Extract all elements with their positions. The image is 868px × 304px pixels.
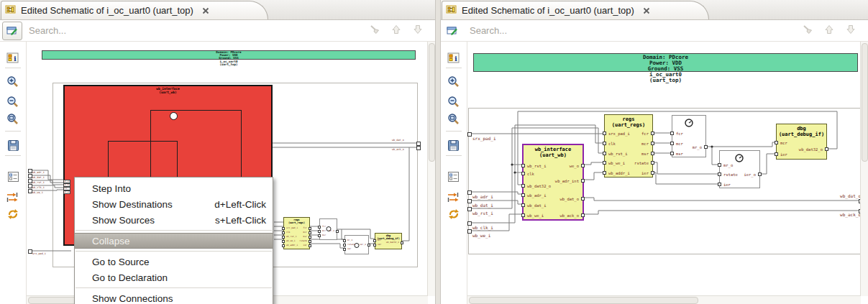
port[interactable]: msr bbox=[676, 152, 683, 156]
scrollbar-thumb[interactable] bbox=[469, 297, 698, 304]
input-port[interactable] bbox=[467, 221, 472, 226]
options-icon[interactable] bbox=[6, 170, 20, 184]
input-port[interactable] bbox=[467, 229, 472, 234]
port[interactable]: msr bbox=[641, 152, 649, 156]
vertical-scrollbar[interactable] bbox=[427, 42, 435, 296]
port[interactable]: mr_o bbox=[693, 145, 702, 149]
context-menu: Step Into Show Destinationsd+Left-Click … bbox=[74, 177, 273, 304]
close-icon[interactable] bbox=[643, 7, 650, 14]
expand-signals-icon[interactable] bbox=[447, 190, 461, 204]
menu-item-show-connections[interactable]: Show Connections bbox=[75, 290, 273, 304]
port[interactable]: fcr bbox=[641, 132, 649, 136]
input-port[interactable] bbox=[467, 132, 472, 137]
block-gate2[interactable]: mr_o rstate ier ier_o bbox=[344, 235, 369, 254]
zoom-fit-icon[interactable] bbox=[447, 112, 461, 126]
port[interactable]: wb_rst_i bbox=[608, 152, 628, 156]
reload-icon[interactable] bbox=[6, 207, 20, 221]
zoom-out-icon[interactable] bbox=[447, 95, 461, 109]
next-match-icon[interactable] bbox=[412, 24, 424, 38]
close-icon[interactable] bbox=[202, 7, 209, 14]
port[interactable]: wb_ack_o bbox=[559, 213, 579, 218]
menu-item-go-to-source[interactable]: Go to Source bbox=[75, 254, 273, 270]
port[interactable]: mr_o bbox=[723, 163, 733, 167]
port[interactable]: wb_addr_i bbox=[608, 171, 630, 175]
vertical-scrollbar[interactable] bbox=[860, 42, 868, 296]
options-icon[interactable] bbox=[447, 170, 461, 184]
zoom-out-icon[interactable] bbox=[6, 95, 20, 109]
input-port[interactable] bbox=[467, 207, 472, 211]
zoom-fit-icon[interactable] bbox=[6, 112, 20, 126]
menu-item-show-destinations[interactable]: Show Destinationsd+Left-Click bbox=[75, 196, 273, 212]
block-gate2[interactable]: mr_o rstate ier ier_o bbox=[719, 150, 760, 188]
port[interactable]: ier bbox=[641, 171, 649, 175]
block-gate1[interactable]: fcr mcr msr mr_o bbox=[319, 218, 337, 240]
clear-search-icon[interactable] bbox=[369, 24, 380, 38]
scrollbar-thumb[interactable] bbox=[862, 43, 868, 162]
port[interactable]: ier_o bbox=[744, 172, 756, 177]
port[interactable]: mcr bbox=[780, 141, 787, 145]
menu-item-collapse[interactable]: Collapse bbox=[75, 233, 273, 249]
port[interactable]: wb_dat32_o bbox=[527, 184, 551, 188]
input-port[interactable] bbox=[467, 199, 472, 203]
port[interactable]: rstate bbox=[723, 172, 738, 177]
port: wb_rst_i bbox=[286, 236, 296, 238]
port[interactable]: wb_dat_o bbox=[559, 197, 579, 201]
menu-separator bbox=[76, 251, 272, 252]
search-input[interactable] bbox=[468, 24, 797, 37]
previous-match-icon[interactable] bbox=[390, 24, 402, 38]
block-regs[interactable]: regs(uart_regs) srx_pad_i clk wb_rst_i w… bbox=[283, 217, 310, 249]
port[interactable]: wb_we_i bbox=[527, 213, 544, 218]
menu-item-step-into[interactable]: Step Into bbox=[75, 180, 273, 196]
reload-icon[interactable] bbox=[447, 207, 461, 221]
edit-window-icon[interactable] bbox=[2, 22, 22, 40]
expand-signals-icon[interactable] bbox=[6, 190, 20, 204]
menu-item-show-sources[interactable]: Show Sourcess+Left-Click bbox=[75, 212, 273, 228]
save-icon[interactable] bbox=[447, 138, 461, 152]
port[interactable]: ier bbox=[780, 152, 787, 157]
output-port[interactable] bbox=[416, 146, 421, 150]
previous-match-icon[interactable] bbox=[823, 24, 835, 38]
port[interactable]: mcr bbox=[641, 142, 649, 146]
menu-item-go-to-declaration[interactable]: Go to Declaration bbox=[75, 270, 273, 285]
component-info-icon[interactable]: i bbox=[6, 50, 20, 65]
port[interactable]: mcr bbox=[676, 142, 683, 146]
zoom-in-icon[interactable] bbox=[447, 75, 461, 89]
tab-edited-schematic-left[interactable]: Edited Schematic of i_oc_uart0 (uart_top… bbox=[1, 1, 268, 19]
port[interactable]: wb_we_i bbox=[608, 161, 625, 165]
clear-search-icon[interactable] bbox=[802, 24, 813, 38]
block-dbg[interactable]: dbg(uart_debug_if) mcr ier wb_dat32_o bbox=[776, 124, 827, 160]
scrollbar-thumb[interactable] bbox=[429, 43, 435, 162]
port[interactable]: wb_adr_int bbox=[555, 179, 579, 183]
port[interactable]: srx_pad_i bbox=[608, 132, 630, 136]
port[interactable]: fcr bbox=[676, 132, 683, 136]
port[interactable]: clk bbox=[527, 172, 534, 176]
block-gate1[interactable]: fcr mcr msr mr_o bbox=[672, 115, 706, 157]
pane-splitter[interactable] bbox=[435, 0, 441, 304]
side-toolbar-right: i bbox=[441, 42, 467, 304]
zoom-in-icon[interactable] bbox=[6, 75, 20, 89]
block-title: regs(uart_regs) bbox=[605, 116, 652, 128]
port-label: wb_clk_i bbox=[472, 226, 493, 230]
port[interactable]: rstate bbox=[634, 161, 649, 165]
port-label: wb_ack_o bbox=[392, 148, 404, 151]
tab-bar-left: Edited Schematic of i_oc_uart0 (uart_top… bbox=[0, 0, 435, 20]
horizontal-scrollbar[interactable] bbox=[467, 295, 861, 304]
component-info-icon[interactable]: i bbox=[447, 50, 461, 65]
port[interactable]: wb_dat_i bbox=[527, 203, 547, 208]
block-wb-interface[interactable]: wb_interface(uart_wb) wb_rst_i clk wb_da… bbox=[522, 144, 584, 221]
tab-edited-schematic-right[interactable]: Edited Schematic of i_oc_uart0 (uart_top… bbox=[442, 1, 709, 19]
port[interactable]: wb_adr_i bbox=[527, 193, 547, 198]
block-dbg[interactable]: dbg(uart_debug_if) mcr ier wb_dat32_o bbox=[375, 233, 402, 249]
port[interactable]: clk bbox=[608, 142, 616, 146]
next-match-icon[interactable] bbox=[845, 24, 856, 38]
port[interactable]: ier bbox=[723, 183, 731, 187]
port[interactable]: wb_rst_i bbox=[527, 164, 547, 168]
schematic-canvas-right[interactable]: Domain: PDcorePower: VDDGround: VSSi_oc_… bbox=[467, 42, 868, 304]
block-regs[interactable]: regs(uart_regs) srx_pad_i clk wb_rst_i w… bbox=[604, 114, 653, 178]
save-icon[interactable] bbox=[6, 138, 20, 152]
port[interactable]: wb_dat32_o bbox=[799, 147, 823, 152]
port[interactable]: we_o bbox=[570, 164, 579, 168]
search-input[interactable] bbox=[27, 24, 364, 37]
input-port[interactable] bbox=[467, 190, 472, 195]
edit-window-icon[interactable] bbox=[443, 22, 463, 40]
